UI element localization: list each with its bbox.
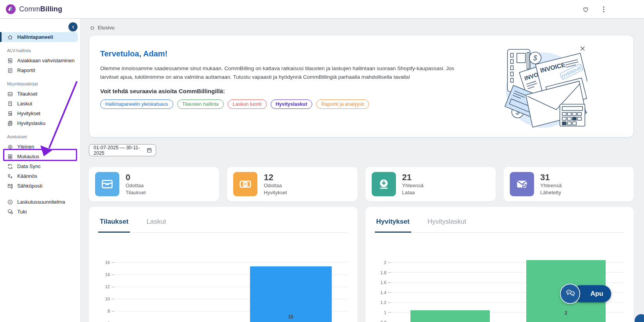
breadcrumb-label: Etusivu: [98, 25, 115, 31]
sidebar-item-label: Hyvityslasku: [17, 120, 45, 126]
y-tick-label: 1: [375, 310, 387, 315]
date-range-picker[interactable]: 01-07-2025 — 30-11-2025: [89, 144, 156, 156]
stat-value: 12: [264, 172, 287, 182]
bar-data-label: 15: [250, 314, 332, 320]
sidebar-item-label: Sähköposti: [17, 183, 42, 189]
sidebar-item-label: Raportit: [17, 67, 35, 73]
orders-chart-card: Tilaukset Laskut 161412108615: [89, 207, 358, 322]
badge-hyvityslaskut[interactable]: Hyvityslaskut: [271, 99, 313, 109]
home-icon: [7, 34, 13, 40]
tick-mark: [112, 311, 114, 311]
y-tick-label: 1.8: [375, 270, 387, 275]
mail-check-icon: [510, 172, 534, 196]
credit-note-icon: [7, 120, 13, 127]
y-tick-label: 8: [98, 309, 110, 313]
sidebar-item-tilaukset[interactable]: Tilaukset: [0, 89, 80, 99]
support-icon: [7, 209, 13, 215]
translate-icon: A: [7, 173, 13, 179]
sidebar-item-laskut[interactable]: €Laskut: [0, 99, 80, 109]
tick-mark: [112, 287, 114, 287]
tick-mark: [388, 292, 391, 293]
customization-icon: [7, 154, 13, 160]
customer-validation-icon: [7, 58, 13, 64]
invoice-icon: €: [7, 101, 13, 107]
sidebar-item-hyvitykset[interactable]: Hyvitykset: [0, 109, 80, 118]
sidebar-item-label: Tuki: [17, 209, 27, 215]
sidebar-item-sahkoposti[interactable]: Sähköposti: [0, 181, 80, 191]
badge-tilausten-hallinta[interactable]: Tilausten hallinta: [177, 99, 224, 109]
bar-data-label: 2: [526, 310, 606, 316]
y-tick-label: 16: [98, 260, 110, 265]
tab-laskut[interactable]: Laskut: [145, 217, 167, 232]
y-tick-label: 2: [375, 260, 387, 265]
svg-text:€: €: [9, 200, 11, 204]
sidebar-item-raportit[interactable]: Raportit: [0, 65, 80, 75]
stat-value: 31: [540, 172, 562, 182]
tick-mark: [388, 272, 391, 273]
sidebar-item-yleinen[interactable]: Yleinen: [0, 142, 80, 152]
stat-label-line1: Odottaa: [264, 182, 287, 189]
sidebar-item-label: Tilaukset: [17, 91, 38, 97]
chat-bubbles-icon[interactable]: [560, 284, 580, 304]
stat-label-line2: Lähetetty: [540, 189, 562, 196]
tick-mark: [112, 262, 114, 263]
help-button-label: Apu: [590, 290, 603, 298]
sidebar-item-asiakkaan-vahvistaminen[interactable]: Asiakkaan vahvistaminen: [0, 56, 80, 65]
chevron-left-icon: [71, 25, 76, 29]
stat-label-line1: Yhteensä: [540, 182, 562, 189]
main-content: Etusivu Tervetuloa, Adam! Olemme innoiss…: [81, 19, 644, 322]
credits-chart-card: Hyvitykset Hyvityslaskut 21.81.61.41.210…: [365, 207, 634, 322]
tick-mark: [388, 282, 391, 283]
breadcrumb[interactable]: Etusivu: [89, 19, 634, 35]
sidebar-item-mukautus[interactable]: Mukautus: [0, 152, 80, 161]
sidebar-item-label: Hyvitykset: [17, 110, 40, 116]
sidebar-item-laskutussuunnitelma[interactable]: €Laskutussuunnitelma: [0, 197, 80, 207]
app-header: CommBilling: [0, 0, 644, 19]
tick-mark: [112, 275, 114, 275]
sidebar-item-hyvityslasku[interactable]: Hyvityslasku: [0, 118, 80, 128]
sidebar-collapse-button[interactable]: [68, 22, 77, 31]
stat-card-pending-credits: $ 12 OdottaaHyvitykset: [227, 167, 357, 201]
tab-hyvitykset[interactable]: Hyvitykset: [375, 217, 411, 233]
sidebar-item-label: Laskutussuunnitelma: [17, 199, 65, 205]
badge-raportit-ja-analyysit[interactable]: Raportit ja analyysit: [316, 99, 369, 109]
tick-mark: [388, 262, 391, 263]
stat-card-total-downloads: 21 YhteensäLataa: [365, 167, 496, 201]
sidebar-item-label: Asiakkaan vahvistaminen: [17, 58, 75, 63]
welcome-body: Olemme innoissamme saadessamme sinut muk…: [100, 64, 466, 81]
stat-label-line1: Odottaa: [126, 182, 146, 189]
sidebar-item-kaannos[interactable]: AKäännös: [0, 171, 80, 181]
orders-tray-icon: [95, 172, 119, 196]
tab-tilaukset[interactable]: Tilaukset: [98, 217, 130, 233]
sidebar-item-hallintapaneeli[interactable]: Hallintapaneeli: [0, 32, 78, 42]
sidebar-item-label: Yleinen: [17, 144, 34, 150]
sidebar: HallintapaneeliALV-hallintaAsiakkaan vah…: [0, 19, 81, 322]
sidebar-item-tuki[interactable]: Tuki: [0, 207, 80, 217]
kebab-menu-icon[interactable]: [600, 5, 608, 13]
nav-section-myyntiasiakirjat: Myyntiasiakirjat: [0, 75, 80, 89]
nav-section-asetukset: Asetukset: [0, 128, 80, 142]
brand: CommBilling: [5, 4, 62, 14]
sidebar-item-label: Käännös: [17, 173, 37, 179]
tab-hyvityslaskut[interactable]: Hyvityslaskut: [426, 217, 468, 232]
badge-laskun-luonti[interactable]: Laskun luonti: [228, 99, 267, 109]
help-button[interactable]: Apu: [572, 285, 611, 302]
y-tick-label: 1.6: [375, 280, 387, 285]
sidebar-item-label: Hallintapaneeli: [17, 34, 53, 40]
invoices-illustration: $ $ $ INVOICE INVOICE: [497, 41, 587, 132]
bar-value-1: [410, 310, 490, 322]
stat-card-total-sent: 31 YhteensäLähetetty: [504, 167, 634, 201]
charts-row: Tilaukset Laskut 161412108615 Hyvitykset…: [89, 207, 634, 322]
sidebar-item-label: Data Sync: [17, 163, 41, 169]
y-tick-label: 10: [98, 297, 110, 301]
badge-hallintapaneelin-yleiskatsaus[interactable]: Hallintapaneelin yleiskatsaus: [100, 99, 173, 109]
stats-row: 0 OdottaaTilaukset $ 12 OdottaaHyvitykse…: [89, 167, 634, 201]
sidebar-item-label: Mukautus: [17, 154, 39, 159]
heart-icon[interactable]: [582, 5, 590, 13]
stat-value: 0: [126, 172, 146, 182]
sidebar-item-data-sync[interactable]: Data Sync: [0, 161, 80, 171]
refund-icon: [7, 110, 13, 117]
stat-label-line2: Lataa: [402, 189, 424, 196]
y-tick-label: 12: [98, 284, 110, 289]
welcome-card: Tervetuloa, Adam! Olemme innoissamme saa…: [89, 35, 634, 137]
